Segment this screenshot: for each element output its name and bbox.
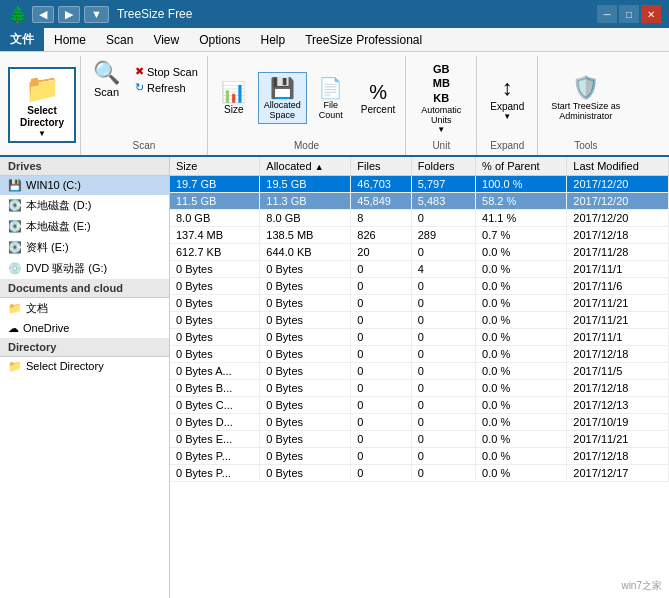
expand-arrow-icon: ▼: [503, 112, 511, 121]
table-row[interactable]: 0 Bytes B...0 Bytes000.0 %2017/12/18: [170, 379, 669, 396]
cell-files: 0: [351, 328, 411, 345]
cell-size: 19.7 GB: [170, 175, 260, 192]
cell-modified: 2017/10/19: [567, 413, 669, 430]
forward-button[interactable]: ▶: [58, 6, 80, 23]
cell-percent: 0.0 %: [476, 413, 567, 430]
table-row[interactable]: 0 Bytes D...0 Bytes000.0 %2017/10/19: [170, 413, 669, 430]
menu-scan[interactable]: Scan: [96, 28, 143, 51]
admin-icon: 🛡️: [572, 75, 599, 101]
col-modified[interactable]: Last Modified: [567, 157, 669, 176]
cloud-header: Documents and cloud: [0, 279, 169, 298]
cell-allocated: 19.5 GB: [260, 175, 351, 192]
drive-e-label: 本地磁盘 (E:): [26, 219, 91, 234]
table-row[interactable]: 19.7 GB19.5 GB46,7035,797100.0 %2017/12/…: [170, 175, 669, 192]
cell-allocated: 0 Bytes: [260, 396, 351, 413]
down-button[interactable]: ▼: [84, 6, 109, 23]
drive-item-c[interactable]: 💾 WIN10 (C:): [0, 176, 169, 195]
stop-scan-button[interactable]: ✖ Stop Scan: [132, 64, 201, 79]
cell-percent: 0.0 %: [476, 311, 567, 328]
drive-e2-label: 资料 (E:): [26, 240, 69, 255]
cell-size: 137.4 MB: [170, 226, 260, 243]
table-row[interactable]: 0 Bytes0 Bytes000.0 %2017/11/21: [170, 311, 669, 328]
table-row[interactable]: 0 Bytes A...0 Bytes000.0 %2017/11/5: [170, 362, 669, 379]
maximize-button[interactable]: □: [619, 5, 639, 23]
size-icon: 📊: [221, 80, 246, 104]
mode-allocated-button[interactable]: 💾 AllocatedSpace: [258, 72, 307, 124]
select-dir-item-label: Select Directory: [26, 360, 104, 372]
cell-percent: 0.7 %: [476, 226, 567, 243]
cell-size: 0 Bytes P...: [170, 447, 260, 464]
scan-icon: 🔍: [93, 60, 120, 86]
table-row[interactable]: 0 Bytes E...0 Bytes000.0 %2017/11/21: [170, 430, 669, 447]
table-row[interactable]: 0 Bytes P...0 Bytes000.0 %2017/12/18: [170, 447, 669, 464]
drive-c-icon: 💾: [8, 179, 22, 192]
table-row[interactable]: 0 Bytes0 Bytes000.0 %2017/11/6: [170, 277, 669, 294]
close-button[interactable]: ✕: [641, 5, 661, 23]
mode-filecount-label: FileCount: [319, 100, 343, 120]
menu-professional[interactable]: TreeSize Professional: [295, 28, 432, 51]
cell-files: 0: [351, 277, 411, 294]
menu-home[interactable]: Home: [44, 28, 96, 51]
mode-percent-button[interactable]: % Percent: [355, 77, 401, 119]
table-row[interactable]: 0 Bytes C...0 Bytes000.0 %2017/12/13: [170, 396, 669, 413]
cloud-docs[interactable]: 📁 文档: [0, 298, 169, 319]
col-files[interactable]: Files: [351, 157, 411, 176]
table-row[interactable]: 11.5 GB11.3 GB45,8495,48358.2 %2017/12/2…: [170, 192, 669, 209]
refresh-button[interactable]: ↻ Refresh: [132, 80, 201, 95]
drive-item-e2[interactable]: 💽 资料 (E:): [0, 237, 169, 258]
mode-size-button[interactable]: 📊 Size: [212, 76, 256, 119]
cloud-onedrive[interactable]: ☁ OneDrive: [0, 319, 169, 338]
unit-icon: GBMBKB: [433, 62, 450, 105]
tools-group-label: Tools: [544, 138, 627, 153]
cell-folders: 0: [411, 362, 475, 379]
mode-group-label: Mode: [212, 138, 402, 153]
table-row[interactable]: 0 Bytes P...0 Bytes000.0 %2017/12/17: [170, 464, 669, 481]
unit-label: AutomaticUnits: [421, 105, 461, 125]
cell-allocated: 11.3 GB: [260, 192, 351, 209]
stop-scan-label: Stop Scan: [147, 66, 198, 78]
cell-modified: 2017/11/1: [567, 328, 669, 345]
table-row[interactable]: 612.7 KB644.0 KB2000.0 %2017/11/28: [170, 243, 669, 260]
cell-files: 0: [351, 447, 411, 464]
table-row[interactable]: 8.0 GB8.0 GB8041.1 %2017/12/20: [170, 209, 669, 226]
cell-files: 46,703: [351, 175, 411, 192]
drive-item-g[interactable]: 💿 DVD 驱动器 (G:): [0, 258, 169, 279]
table-row[interactable]: 0 Bytes0 Bytes000.0 %2017/11/21: [170, 294, 669, 311]
cell-folders: 5,797: [411, 175, 475, 192]
back-button[interactable]: ◀: [32, 6, 54, 23]
menu-help[interactable]: Help: [251, 28, 296, 51]
col-size[interactable]: Size: [170, 157, 260, 176]
cell-size: 0 Bytes: [170, 294, 260, 311]
table-row[interactable]: 137.4 MB138.5 MB8262890.7 %2017/12/18: [170, 226, 669, 243]
expand-button[interactable]: ↕ Expand ▼: [483, 71, 531, 125]
drive-item-d[interactable]: 💽 本地磁盘 (D:): [0, 195, 169, 216]
cell-folders: 5,483: [411, 192, 475, 209]
select-dir-item[interactable]: 📁 Select Directory: [0, 357, 169, 376]
cell-size: 612.7 KB: [170, 243, 260, 260]
drive-g-icon: 💿: [8, 262, 22, 275]
drive-d-icon: 💽: [8, 199, 22, 212]
minimize-button[interactable]: ─: [597, 5, 617, 23]
menu-file[interactable]: 文件: [0, 28, 44, 51]
select-directory-button[interactable]: 📁 SelectDirectory ▼: [8, 67, 76, 143]
col-allocated[interactable]: Allocated ▲: [260, 157, 351, 176]
table-row[interactable]: 0 Bytes0 Bytes000.0 %2017/11/1: [170, 328, 669, 345]
cell-files: 0: [351, 294, 411, 311]
cell-modified: 2017/12/17: [567, 464, 669, 481]
mode-filecount-button[interactable]: 📄 FileCount: [309, 72, 353, 124]
table-row[interactable]: 0 Bytes0 Bytes040.0 %2017/11/1: [170, 260, 669, 277]
cell-modified: 2017/11/28: [567, 243, 669, 260]
table-row[interactable]: 0 Bytes0 Bytes000.0 %2017/12/18: [170, 345, 669, 362]
col-percent[interactable]: % of Parent: [476, 157, 567, 176]
cell-size: 0 Bytes: [170, 328, 260, 345]
menu-options[interactable]: Options: [189, 28, 250, 51]
scan-button[interactable]: 🔍 Scan: [87, 58, 126, 100]
col-folders[interactable]: Folders: [411, 157, 475, 176]
admin-button[interactable]: 🛡️ Start TreeSize asAdministrator: [544, 71, 627, 125]
cell-allocated: 0 Bytes: [260, 277, 351, 294]
drive-item-e[interactable]: 💽 本地磁盘 (E:): [0, 216, 169, 237]
cell-files: 0: [351, 311, 411, 328]
menu-view[interactable]: View: [143, 28, 189, 51]
unit-button[interactable]: GBMBKB AutomaticUnits ▼: [412, 58, 470, 138]
ribbon: 📁 SelectDirectory ▼ 🔍 Scan ✖ Stop Scan ↻…: [0, 52, 669, 157]
